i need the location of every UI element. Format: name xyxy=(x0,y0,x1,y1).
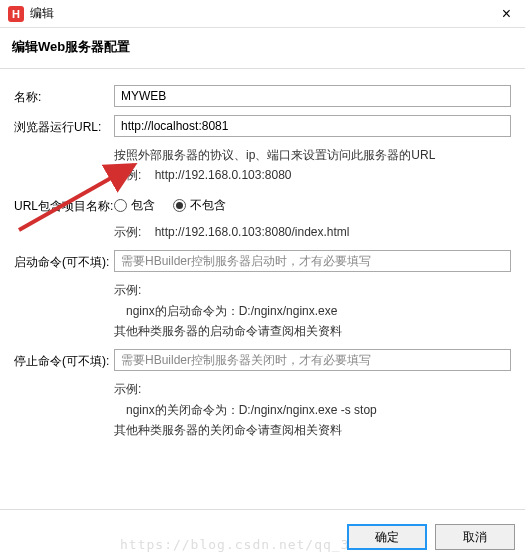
url-hint: 按照外部服务器的协议、ip、端口来设置访问此服务器的URL 示例: http:/… xyxy=(114,145,511,186)
url-contains-hint: 示例: http://192.168.0.103:8080/index.html xyxy=(114,222,511,242)
titlebar-title: 编辑 xyxy=(30,5,496,22)
row-url: 浏览器运行URL: 按照外部服务器的协议、ip、端口来设置访问此服务器的URL … xyxy=(14,115,511,186)
name-label: 名称: xyxy=(14,85,114,106)
button-bar-separator xyxy=(0,509,525,510)
radio-icon xyxy=(114,199,127,212)
url-input[interactable] xyxy=(114,115,511,137)
app-icon: H xyxy=(8,6,24,22)
url-contains-label: URL包含项目名称: xyxy=(14,194,114,215)
url-hint-line2: 示例: http://192.168.0.103:8080 xyxy=(114,165,511,185)
ok-button[interactable]: 确定 xyxy=(347,524,427,550)
start-cmd-hint-line2: 其他种类服务器的启动命令请查阅相关资料 xyxy=(114,321,511,341)
stop-cmd-hint-title: 示例: xyxy=(114,379,511,399)
row-stop-cmd: 停止命令(可不填): 示例: nginx的关闭命令为：D:/nginx/ngin… xyxy=(14,349,511,440)
dialog-content: 名称: 浏览器运行URL: 按照外部服务器的协议、ip、端口来设置访问此服务器的… xyxy=(0,69,525,459)
stop-cmd-input[interactable] xyxy=(114,349,511,371)
start-cmd-hint-line1: nginx的启动命令为：D:/nginx/nginx.exe xyxy=(114,301,511,321)
radio-exclude-label: 不包含 xyxy=(190,197,226,214)
row-url-contains: URL包含项目名称: 包含 不包含 示例: http://192.168.0.1… xyxy=(14,194,511,242)
url-label: 浏览器运行URL: xyxy=(14,115,114,136)
start-cmd-hint-title: 示例: xyxy=(114,280,511,300)
start-cmd-label: 启动命令(可不填): xyxy=(14,250,114,271)
url-contains-radio-group: 包含 不包含 xyxy=(114,194,511,214)
stop-cmd-hint-line1: nginx的关闭命令为：D:/nginx/nginx.exe -s stop xyxy=(114,400,511,420)
button-bar: 确定 取消 xyxy=(347,514,515,550)
row-start-cmd: 启动命令(可不填): 示例: nginx的启动命令为：D:/nginx/ngin… xyxy=(14,250,511,341)
radio-exclude[interactable]: 不包含 xyxy=(173,197,226,214)
url-hint-line1: 按照外部服务器的协议、ip、端口来设置访问此服务器的URL xyxy=(114,145,511,165)
dialog-header: 编辑Web服务器配置 xyxy=(0,28,525,69)
close-icon[interactable]: × xyxy=(496,5,517,23)
radio-include-label: 包含 xyxy=(131,197,155,214)
row-name: 名称: xyxy=(14,85,511,107)
start-cmd-input[interactable] xyxy=(114,250,511,272)
start-cmd-hint: 示例: nginx的启动命令为：D:/nginx/nginx.exe 其他种类服… xyxy=(114,280,511,341)
radio-icon xyxy=(173,199,186,212)
name-input[interactable] xyxy=(114,85,511,107)
titlebar: H 编辑 × xyxy=(0,0,525,28)
dialog-title: 编辑Web服务器配置 xyxy=(12,38,513,56)
stop-cmd-hint: 示例: nginx的关闭命令为：D:/nginx/nginx.exe -s st… xyxy=(114,379,511,440)
stop-cmd-hint-line2: 其他种类服务器的关闭命令请查阅相关资料 xyxy=(114,420,511,440)
cancel-button[interactable]: 取消 xyxy=(435,524,515,550)
radio-include[interactable]: 包含 xyxy=(114,197,155,214)
stop-cmd-label: 停止命令(可不填): xyxy=(14,349,114,370)
